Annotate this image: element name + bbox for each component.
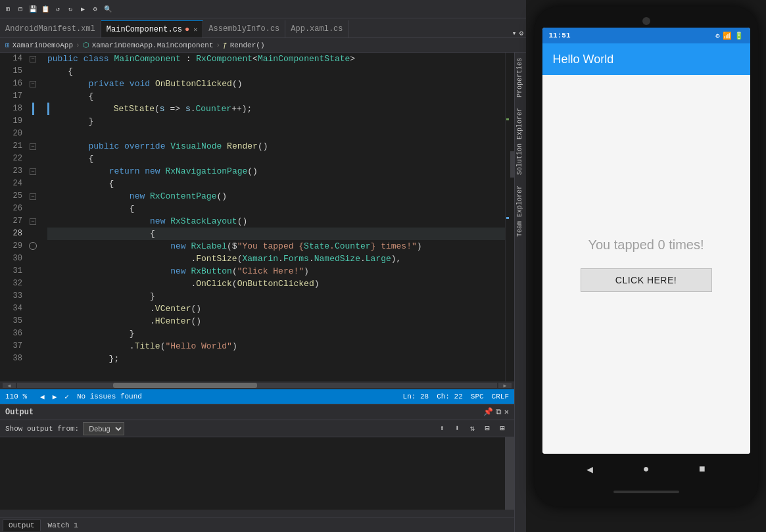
output-h-scrollbar[interactable] xyxy=(0,510,514,518)
code-line-17: { xyxy=(47,90,505,103)
tab-main-component[interactable]: MainComponent.cs ● ✕ xyxy=(101,20,203,37)
tab-android-manifest[interactable]: AndroidManifest.xml xyxy=(0,20,101,37)
output-tb-icon-4[interactable]: ⊟ xyxy=(481,422,494,435)
tab-app-xaml[interactable]: App.xaml.cs xyxy=(285,20,348,37)
android-settings-icon: ⚙ xyxy=(715,32,720,40)
gutter-30 xyxy=(26,253,41,265)
toolbar-icon-2: ⊟ xyxy=(15,4,26,14)
h-scroll-left[interactable]: ◀ xyxy=(3,383,16,388)
collapse-16[interactable]: − xyxy=(30,81,36,87)
code-line-22: { xyxy=(47,153,505,165)
output-tb-icon-1[interactable]: ⬆ xyxy=(435,422,448,435)
gutter-35 xyxy=(26,315,41,327)
code-line-31: new RxButton("Click Here!") xyxy=(47,265,505,278)
output-source-select[interactable]: Debug xyxy=(83,422,124,435)
code-line-30: .FontSize(Xamarin.Forms.NamedSize.Large)… xyxy=(47,253,505,265)
gutter-15 xyxy=(26,65,41,78)
status-nav-left[interactable]: ◀ xyxy=(40,393,45,401)
gutter-14[interactable]: − xyxy=(26,53,41,65)
side-label-solution-explorer[interactable]: Solution Explorer xyxy=(515,103,526,180)
output-close-icon[interactable]: ✕ xyxy=(504,407,509,417)
android-status-icons: ⚙ 📶 🔋 xyxy=(715,32,744,40)
output-controls: 📌 ⧉ ✕ xyxy=(483,407,509,417)
output-tb-icon-5[interactable]: ⊞ xyxy=(496,422,509,435)
code-content[interactable]: public class MainComponent : RxComponent… xyxy=(41,53,505,381)
output-tb-icon-3[interactable]: ⇅ xyxy=(466,422,479,435)
collapse-23[interactable]: − xyxy=(30,168,36,175)
ln-31: 31 xyxy=(0,265,22,278)
code-line-18: SetState(s => s.Counter++); xyxy=(47,103,505,115)
code-editor[interactable]: 14 15 16 17 18 19 20 21 22 23 24 25 xyxy=(0,53,514,381)
scroll-indicator-1 xyxy=(506,118,509,120)
code-line-25: new RxContentPage() xyxy=(47,190,505,203)
collapse-27[interactable]: − xyxy=(30,218,36,225)
gutter-18 xyxy=(26,103,41,115)
status-ch: Ch: 22 xyxy=(437,393,463,400)
link-gutter-29 xyxy=(29,242,37,250)
output-title: Output xyxy=(5,408,34,417)
status-nav-right[interactable]: ▶ xyxy=(53,393,57,401)
ide-panel: ⊞ ⊟ 💾 📋 ↺ ↻ ▶ ⚙ 🔍 AndroidManifest.xml Ma… xyxy=(0,0,526,532)
output-pin-icon[interactable]: 📌 xyxy=(483,407,493,417)
bottom-tab-watch[interactable]: Watch 1 xyxy=(42,520,84,531)
gutter-36 xyxy=(26,327,41,340)
ide-content: 14 15 16 17 18 19 20 21 22 23 24 25 xyxy=(0,53,514,532)
ln-30: 30 xyxy=(0,253,22,265)
collapse-25[interactable]: − xyxy=(30,193,36,200)
tabs-pin-icon[interactable]: ⚙ xyxy=(519,29,523,37)
ide-main-area: 14 15 16 17 18 19 20 21 22 23 24 25 xyxy=(0,53,526,532)
collapse-21[interactable]: − xyxy=(30,143,36,150)
gutter-19 xyxy=(26,115,41,128)
h-scroll-right[interactable]: ▶ xyxy=(498,383,512,388)
android-recents-button[interactable]: ■ xyxy=(696,463,709,476)
h-scroll-track xyxy=(17,383,497,388)
ln-25: 25 xyxy=(0,190,22,203)
android-back-button[interactable]: ◀ xyxy=(583,463,596,476)
breadcrumb-project[interactable]: XamarinDemoApp xyxy=(12,41,73,49)
collapse-14[interactable]: − xyxy=(30,56,36,62)
status-ln: Ln: 28 xyxy=(403,393,429,400)
output-show-from-label: Show output from: xyxy=(5,425,79,433)
line-numbers: 14 15 16 17 18 19 20 21 22 23 24 25 xyxy=(0,53,26,381)
toolbar: ⊞ ⊟ 💾 📋 ↺ ↻ ▶ ⚙ 🔍 xyxy=(0,0,526,18)
gutter-28 xyxy=(26,228,41,240)
gutter-21: − xyxy=(26,140,41,153)
output-tb-icon-2[interactable]: ⬇ xyxy=(450,422,464,435)
android-content: You tapped 0 times! CLICK HERE! xyxy=(542,75,750,454)
breadcrumb-icon-3: ƒ xyxy=(223,41,227,49)
bottom-tab-output[interactable]: Output xyxy=(3,520,41,531)
breadcrumb-method[interactable]: Render() xyxy=(230,41,265,49)
click-here-button[interactable]: CLICK HERE! xyxy=(581,268,712,292)
ln-15: 15 xyxy=(0,65,22,78)
horizontal-scrollbar[interactable]: ◀ ▶ xyxy=(0,381,514,389)
h-scroll-thumb xyxy=(113,383,257,388)
tabs-dropdown-icon[interactable]: ▾ xyxy=(512,29,517,37)
side-label-properties[interactable]: Properties xyxy=(515,53,526,103)
android-home-button[interactable]: ● xyxy=(639,463,652,476)
scroll-thumb xyxy=(510,151,514,178)
toolbar-icon-1: ⊞ xyxy=(3,4,13,14)
output-panel-header: Output 📌 ⧉ ✕ xyxy=(0,404,514,420)
toolbar-icon-4: 📋 xyxy=(40,4,51,14)
ln-33: 33 xyxy=(0,290,22,302)
right-scrollbar[interactable] xyxy=(505,53,514,381)
output-panel: Output 📌 ⧉ ✕ Show output from: Debug xyxy=(0,404,514,532)
ln-38: 38 xyxy=(0,352,22,365)
gutter-29 xyxy=(26,240,41,253)
gutter-area: − − − xyxy=(26,53,41,381)
toolbar-icons: ⊞ ⊟ 💾 📋 ↺ ↻ ▶ ⚙ 🔍 xyxy=(3,4,113,14)
android-time: 11:51 xyxy=(549,32,571,39)
status-right: Ln: 28 Ch: 22 SPC CRLF xyxy=(403,393,509,400)
gutter-38 xyxy=(26,352,41,365)
side-label-team-explorer[interactable]: Team Explorer xyxy=(515,180,526,242)
code-line-28: { xyxy=(47,228,505,240)
code-line-23: return new RxNavigationPage() xyxy=(47,165,505,178)
tab-assembly-info[interactable]: AssemblyInfo.cs xyxy=(203,20,285,37)
output-float-icon[interactable]: ⧉ xyxy=(496,408,502,417)
tabs-right-controls: ▾ ⚙ xyxy=(512,29,526,37)
breadcrumb-icon-2: ⬡ xyxy=(83,41,89,49)
tab-close-button[interactable]: ✕ xyxy=(193,26,197,34)
code-with-gutters: 14 15 16 17 18 19 20 21 22 23 24 25 xyxy=(0,53,514,381)
output-scrollbar[interactable] xyxy=(505,437,514,510)
breadcrumb-class[interactable]: XamarinDemoApp.MainComponent xyxy=(92,41,214,49)
